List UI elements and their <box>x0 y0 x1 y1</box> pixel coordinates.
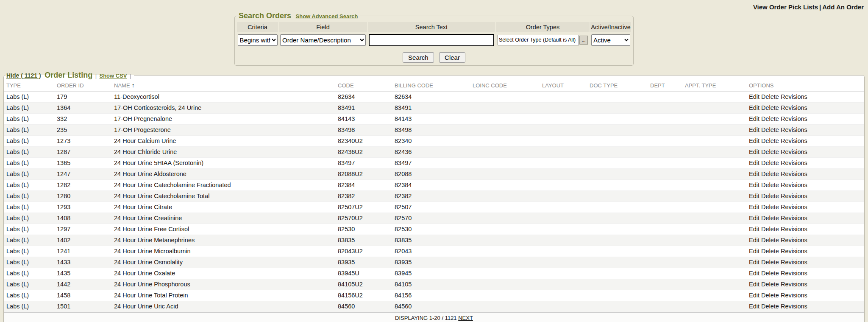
column-header-label[interactable]: DEPT <box>650 82 665 89</box>
column-header-label[interactable]: LAYOUT <box>542 82 564 89</box>
revisions-link[interactable]: Revisions <box>781 259 807 266</box>
column-header-label[interactable]: TYPE <box>6 82 21 89</box>
delete-link[interactable]: Delete <box>761 115 779 122</box>
delete-link[interactable]: Delete <box>761 259 779 266</box>
edit-link[interactable]: Edit <box>749 171 760 177</box>
column-header-label[interactable]: CODE <box>338 82 354 89</box>
cell-order-id: 1365 <box>54 157 111 168</box>
edit-link[interactable]: Edit <box>749 237 760 244</box>
edit-link[interactable]: Edit <box>749 303 760 310</box>
delete-link[interactable]: Delete <box>761 215 779 221</box>
search-text-input[interactable] <box>369 34 494 46</box>
revisions-link[interactable]: Revisions <box>781 171 807 177</box>
view-order-pick-lists-link[interactable]: View Order Pick Lists <box>753 3 818 11</box>
revisions-link[interactable]: Revisions <box>781 160 807 166</box>
delete-link[interactable]: Delete <box>761 248 779 255</box>
cell-code: 84560 <box>335 301 392 312</box>
delete-link[interactable]: Delete <box>761 126 779 133</box>
column-header-label[interactable]: APPT. TYPE <box>685 82 716 89</box>
edit-link[interactable]: Edit <box>749 137 760 144</box>
delete-link[interactable]: Delete <box>761 281 779 288</box>
edit-link[interactable]: Edit <box>749 270 760 277</box>
edit-link[interactable]: Edit <box>749 104 760 111</box>
cell-type: Labs (L) <box>4 301 54 312</box>
cell-billing-code: 83497 <box>392 157 470 168</box>
edit-link[interactable]: Edit <box>749 193 760 199</box>
delete-link[interactable]: Delete <box>761 160 779 166</box>
column-header-label[interactable]: LOINC CODE <box>473 82 507 89</box>
revisions-link[interactable]: Revisions <box>781 292 807 299</box>
delete-link[interactable]: Delete <box>761 182 779 188</box>
revisions-link[interactable]: Revisions <box>781 148 807 155</box>
edit-link[interactable]: Edit <box>749 292 760 299</box>
edit-link[interactable]: Edit <box>749 204 760 210</box>
cell-loinc-code <box>470 179 540 190</box>
delete-link[interactable]: Delete <box>761 193 779 199</box>
edit-link[interactable]: Edit <box>749 160 760 166</box>
active-inactive-select[interactable]: Active <box>591 34 630 46</box>
edit-link[interactable]: Edit <box>749 126 760 133</box>
revisions-link[interactable]: Revisions <box>781 126 807 133</box>
show-csv-link[interactable]: Show CSV <box>99 73 127 79</box>
revisions-link[interactable]: Revisions <box>781 248 807 255</box>
column-header-label[interactable]: DOC TYPE <box>590 82 618 89</box>
delete-link[interactable]: Delete <box>761 204 779 210</box>
next-page-link[interactable]: NEXT <box>458 315 473 321</box>
edit-link[interactable]: Edit <box>749 226 760 232</box>
cell-layout <box>540 246 587 257</box>
revisions-link[interactable]: Revisions <box>781 226 807 232</box>
cell-loinc-code <box>470 190 540 202</box>
hide-listing-link[interactable]: Hide ( 1121 ) <box>6 72 41 79</box>
order-row: Labs (L)129724 Hour Urine Free Cortisol8… <box>4 224 864 235</box>
edit-link[interactable]: Edit <box>749 215 760 221</box>
column-header-name: NAME↑ <box>111 80 335 91</box>
edit-link[interactable]: Edit <box>749 281 760 288</box>
delete-link[interactable]: Delete <box>761 93 779 100</box>
column-header-label[interactable]: NAME <box>114 82 130 89</box>
delete-link[interactable]: Delete <box>761 237 779 244</box>
field-select[interactable]: Order Name/Description <box>280 34 366 46</box>
column-header-label[interactable]: ORDER ID <box>57 82 84 89</box>
edit-link[interactable]: Edit <box>749 148 760 155</box>
revisions-link[interactable]: Revisions <box>781 93 807 100</box>
delete-link[interactable]: Delete <box>761 148 779 155</box>
show-advanced-search-link[interactable]: Show Advanced Search <box>296 13 358 20</box>
cell-code: 83497 <box>335 157 392 168</box>
edit-link[interactable]: Edit <box>749 93 760 100</box>
cell-billing-code: 82382 <box>392 190 470 202</box>
order-type-browse-button[interactable]: ... <box>579 36 588 45</box>
edit-link[interactable]: Edit <box>749 248 760 255</box>
revisions-link[interactable]: Revisions <box>781 303 807 310</box>
order-type-input[interactable] <box>498 35 579 45</box>
delete-link[interactable]: Delete <box>761 292 779 299</box>
revisions-link[interactable]: Revisions <box>781 204 807 210</box>
revisions-link[interactable]: Revisions <box>781 237 807 244</box>
cell-code: 82507U2 <box>335 202 392 213</box>
delete-link[interactable]: Delete <box>761 270 779 277</box>
delete-link[interactable]: Delete <box>761 303 779 310</box>
clear-button[interactable]: Clear <box>439 52 465 63</box>
revisions-link[interactable]: Revisions <box>781 193 807 199</box>
edit-link[interactable]: Edit <box>749 259 760 266</box>
criteria-select[interactable]: Begins with <box>238 34 278 46</box>
add-an-order-link[interactable]: Add An Order <box>822 3 864 11</box>
revisions-link[interactable]: Revisions <box>781 115 807 122</box>
delete-link[interactable]: Delete <box>761 104 779 111</box>
revisions-link[interactable]: Revisions <box>781 182 807 188</box>
cell-options: EditDeleteRevisions <box>746 257 864 268</box>
delete-link[interactable]: Delete <box>761 137 779 144</box>
edit-link[interactable]: Edit <box>749 115 760 122</box>
revisions-link[interactable]: Revisions <box>781 137 807 144</box>
delete-link[interactable]: Delete <box>761 171 779 177</box>
edit-link[interactable]: Edit <box>749 182 760 188</box>
revisions-link[interactable]: Revisions <box>781 270 807 277</box>
cell-order-id: 1273 <box>54 135 111 146</box>
cell-layout <box>540 102 587 113</box>
revisions-link[interactable]: Revisions <box>781 281 807 288</box>
order-row: Labs (L)33217-OH Pregnenalone8414384143E… <box>4 113 864 124</box>
revisions-link[interactable]: Revisions <box>781 104 807 111</box>
delete-link[interactable]: Delete <box>761 226 779 232</box>
search-button[interactable]: Search <box>403 52 434 63</box>
column-header-label[interactable]: BILLING CODE <box>395 82 433 89</box>
revisions-link[interactable]: Revisions <box>781 215 807 221</box>
